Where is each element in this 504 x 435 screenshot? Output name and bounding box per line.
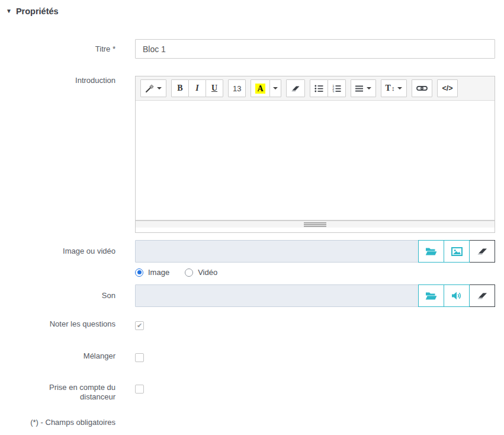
clear-format-button[interactable] bbox=[286, 79, 305, 97]
rich-text-editor: B I U 13 A bbox=[135, 76, 495, 233]
radio-video-label: Vidéo bbox=[198, 268, 217, 277]
son-input[interactable] bbox=[135, 284, 419, 307]
chevron-down-icon bbox=[367, 87, 371, 89]
titre-label: Titre * bbox=[0, 44, 115, 54]
text-height-icon: T bbox=[386, 84, 391, 93]
introduction-label: Introduction bbox=[0, 76, 115, 85]
melanger-checkbox[interactable]: ✔ bbox=[135, 353, 144, 362]
editor-statusbar bbox=[136, 220, 495, 228]
editor-bottom-strip bbox=[136, 228, 495, 232]
bold-button[interactable]: B bbox=[171, 79, 189, 97]
unordered-list-button[interactable] bbox=[310, 79, 328, 97]
chevron-down-icon bbox=[397, 87, 402, 89]
paragraph-align-button[interactable] bbox=[351, 79, 376, 97]
footnote-row: (*) - Champs obligatoires bbox=[0, 418, 504, 427]
image-ou-video-label: Image ou vidéo bbox=[0, 247, 115, 256]
field-row-distanceur: Prise en compte du distanceur ✔ bbox=[0, 383, 504, 402]
noter-les-questions-checkbox[interactable]: ✔ bbox=[135, 321, 144, 330]
image-ou-video-input-group bbox=[135, 240, 495, 263]
radio-video[interactable] bbox=[185, 268, 193, 277]
image-icon bbox=[451, 247, 463, 256]
align-lines-icon bbox=[355, 85, 364, 92]
radio-option-image[interactable]: Image bbox=[135, 268, 169, 277]
media-type-radio-group: Image Vidéo bbox=[135, 268, 495, 277]
line-height-button[interactable]: T↕ bbox=[381, 79, 407, 97]
numbered-list-icon: 1 2 3 bbox=[332, 85, 341, 92]
font-color-button[interactable]: A bbox=[251, 79, 269, 97]
magic-wand-icon bbox=[145, 84, 154, 93]
speaker-icon bbox=[451, 291, 462, 300]
font-color-icon: A bbox=[255, 84, 265, 94]
browse-sound-button[interactable] bbox=[418, 284, 444, 307]
image-ou-video-input[interactable] bbox=[135, 240, 419, 263]
titre-input[interactable] bbox=[135, 39, 495, 59]
radio-option-video[interactable]: Vidéo bbox=[185, 268, 217, 277]
underline-button[interactable]: U bbox=[206, 79, 223, 97]
font-size-button[interactable]: 13 bbox=[228, 79, 246, 97]
up-down-arrow-icon: ↕ bbox=[391, 85, 395, 92]
son-input-group bbox=[135, 284, 495, 307]
folder-open-icon bbox=[425, 292, 437, 300]
italic-button[interactable]: I bbox=[188, 79, 206, 97]
editor-content-area[interactable] bbox=[136, 101, 495, 220]
media-library-button[interactable] bbox=[444, 240, 470, 263]
required-fields-note: (*) - Champs obligatoires bbox=[0, 418, 115, 427]
melanger-label: Mélanger bbox=[0, 351, 115, 361]
radio-image-label: Image bbox=[148, 268, 169, 277]
field-row-titre: Titre * bbox=[0, 39, 504, 59]
clear-field-button[interactable] bbox=[469, 240, 495, 263]
field-row-image-ou-video: Image ou vidéo bbox=[0, 240, 504, 277]
distanceur-label: Prise en compte du distanceur bbox=[33, 383, 115, 402]
link-chain-icon bbox=[416, 85, 428, 92]
insert-link-button[interactable] bbox=[412, 79, 432, 97]
font-color-dropdown-button[interactable] bbox=[269, 79, 281, 97]
code-view-button[interactable]: </> bbox=[437, 79, 457, 97]
chevron-down-icon bbox=[157, 87, 162, 89]
ordered-list-button[interactable]: 1 2 3 bbox=[328, 79, 346, 97]
resize-grip-handle[interactable] bbox=[304, 222, 326, 227]
section-properties-toggle[interactable]: ▼ Propriétés bbox=[0, 0, 504, 15]
editor-toolbar: B I U 13 A bbox=[136, 76, 495, 101]
noter-les-questions-label: Noter les questions bbox=[0, 319, 115, 329]
eraser-icon bbox=[477, 247, 488, 256]
field-row-noter-les-questions: Noter les questions ✔ bbox=[0, 319, 504, 330]
section-title: Propriétés bbox=[16, 7, 59, 16]
sound-library-button[interactable] bbox=[444, 284, 470, 307]
properties-form: Titre * Introduction bbox=[0, 39, 504, 427]
field-row-introduction: Introduction B I bbox=[0, 76, 504, 233]
clear-field-button[interactable] bbox=[469, 284, 495, 307]
bullet-list-icon bbox=[314, 85, 323, 92]
son-label: Son bbox=[0, 291, 115, 300]
eraser-icon bbox=[291, 84, 300, 93]
distanceur-checkbox[interactable]: ✔ bbox=[135, 385, 144, 394]
field-row-son: Son bbox=[0, 284, 504, 307]
style-dropdown-button[interactable] bbox=[140, 79, 166, 97]
field-row-melanger: Mélanger ✔ bbox=[0, 351, 504, 362]
browse-file-button[interactable] bbox=[418, 240, 444, 263]
radio-image[interactable] bbox=[135, 268, 143, 277]
eraser-icon bbox=[477, 291, 488, 300]
folder-open-icon bbox=[425, 247, 437, 256]
svg-text:3: 3 bbox=[332, 89, 334, 92]
collapse-triangle-icon: ▼ bbox=[6, 8, 12, 14]
chevron-down-icon bbox=[273, 87, 278, 89]
